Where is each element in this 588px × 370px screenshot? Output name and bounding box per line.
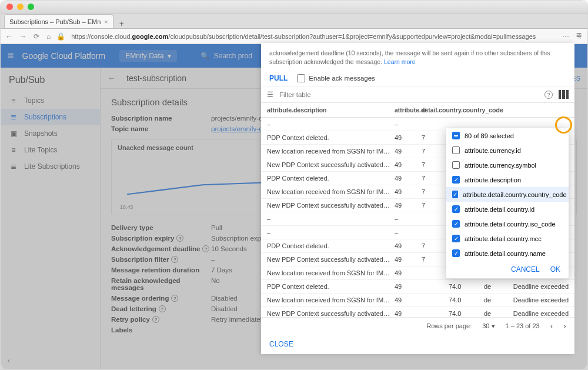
enable-ack-toggle[interactable]: Enable ack messages	[297, 74, 375, 82]
column-option-label: attribute.description	[465, 176, 521, 184]
checkbox-icon[interactable]: ✓	[452, 176, 460, 184]
col-extra[interactable]: at	[422, 106, 449, 114]
zoom-window-icon[interactable]	[28, 4, 34, 10]
column-option[interactable]: ✓attribute.detail.country.name	[446, 246, 569, 261]
column-option-label: attribute.detail.country.iso_code	[465, 221, 556, 228]
cell-n1	[422, 283, 449, 290]
table-header-row: attribute.description attribute.detail.c…	[261, 103, 574, 118]
tab-title: Subscriptions – Pub/Sub – EMn	[9, 18, 101, 25]
address-bar[interactable]: https://console.cloud.google.com/cloudpu…	[71, 33, 556, 40]
next-page-icon[interactable]: ›	[563, 321, 566, 331]
page-range: 1 – 23 of 23	[506, 322, 540, 329]
cell-country-code: 49	[395, 202, 422, 209]
column-option-label: attribute.detail.country.country_code	[463, 191, 567, 198]
rows-per-page-select[interactable]: 30 ▾	[482, 322, 495, 330]
back-icon[interactable]: ←	[5, 32, 12, 41]
browser-menu-icon[interactable]: ≡	[576, 30, 582, 41]
column-summary: 80 of 89 selected	[446, 128, 569, 143]
column-option[interactable]: ✓attribute.description	[446, 172, 569, 187]
browser-tab[interactable]: Subscriptions – Pub/Sub – EMn ×	[4, 14, 113, 28]
cell-description: PDP Context deleted.	[267, 175, 395, 182]
col-description[interactable]: attribute.description	[267, 106, 395, 114]
cell-n2: 74.0	[449, 296, 484, 304]
table-row[interactable]: New location received from SGSN for IMSI…	[261, 294, 574, 307]
cell-n3	[484, 121, 512, 128]
forward-icon[interactable]: →	[19, 32, 26, 41]
checkbox-icon[interactable]	[452, 161, 460, 169]
filter-input[interactable]	[279, 91, 539, 98]
cell-n1: 7	[422, 161, 449, 168]
cell-n1: 7	[422, 242, 449, 249]
cell-description: New PDP Context successfully activated w…	[267, 310, 395, 317]
checkbox-icon[interactable]: ✓	[452, 220, 460, 228]
column-option[interactable]: ✓attribute.detail.country.mcc	[446, 231, 569, 246]
filter-icon: ☰	[267, 91, 273, 99]
cell-description: –	[267, 215, 395, 222]
close-tab-icon[interactable]: ×	[104, 18, 108, 25]
learn-more-link[interactable]: Learn more	[384, 58, 416, 65]
help-icon[interactable]: ?	[544, 91, 553, 99]
cell-country-code: 49	[395, 188, 422, 195]
table-row[interactable]: New PDP Context successfully activated w…	[261, 307, 574, 317]
home-icon[interactable]: ⌂	[46, 32, 51, 41]
column-chooser-popup: 80 of 89 selected attribute.currency.ida…	[446, 128, 569, 279]
cell-description: New PDP Context successfully activated w…	[267, 161, 395, 168]
browser-toolbar: ← → ⟳ ⌂ 🔒 https://console.cloud.google.c…	[1, 29, 587, 44]
minimize-window-icon[interactable]	[17, 4, 24, 10]
column-option[interactable]: ✓attribute.detail.country.country_code	[446, 187, 569, 202]
column-option[interactable]: attribute.currency.id	[446, 143, 569, 158]
ok-button[interactable]: OK	[550, 265, 560, 274]
checkbox-icon[interactable]: ✓	[452, 191, 458, 198]
new-tab-button[interactable]: +	[116, 19, 128, 28]
cell-country-code: 49	[395, 269, 422, 276]
cell-n1: 7	[422, 188, 449, 195]
cell-description: PDP Context deleted.	[267, 283, 395, 290]
col-country-code[interactable]: attribute.detail.country.country_code	[395, 106, 422, 114]
cell-description: New PDP Context successfully activated w…	[267, 256, 395, 263]
cell-country-code: 49	[395, 242, 422, 249]
cell-n1	[422, 229, 449, 236]
cell-description: –	[267, 121, 395, 128]
close-window-icon[interactable]	[6, 4, 13, 10]
column-option[interactable]: ✓attribute.detail.country.iso_code	[446, 216, 569, 231]
cell-description: New PDP Context successfully activated w…	[267, 202, 395, 209]
cell-n1	[422, 310, 449, 317]
lock-icon: 🔒	[56, 32, 65, 41]
cell-n1: 7	[422, 175, 449, 182]
mac-titlebar	[1, 1, 587, 14]
cell-description: New location received from SGSN for IMSI…	[267, 148, 395, 155]
cell-n1: 7	[422, 202, 449, 209]
cell-status: Deadline exceeded	[512, 296, 569, 304]
cell-n2: 74.0	[449, 310, 484, 317]
column-selector-button[interactable]	[559, 90, 569, 99]
column-option-label: attribute.detail.country.id	[465, 206, 534, 213]
checkbox-icon[interactable]	[452, 146, 460, 154]
column-option[interactable]: attribute.currency.symbol	[446, 158, 569, 172]
close-button[interactable]: CLOSE	[269, 340, 293, 348]
prev-page-icon[interactable]: ‹	[550, 321, 553, 331]
cell-description: New location received from SGSN for IMSI…	[267, 188, 395, 195]
reader-icon[interactable]: ⋯	[562, 32, 569, 41]
cell-country-code: 49	[395, 134, 422, 141]
cell-description: New location received from SGSN for IMSI…	[267, 296, 395, 304]
table-row[interactable]: PDP Context deleted.4974.0deDeadline exc…	[261, 280, 574, 294]
cell-n3: de	[484, 296, 512, 304]
cell-n1	[422, 269, 449, 276]
checkbox-icon[interactable]: ✓	[452, 205, 460, 213]
ack-notice: acknowledgement deadline (10 seconds), t…	[261, 43, 574, 68]
cell-country-code: 49	[395, 310, 422, 317]
checkbox-mixed-icon[interactable]	[452, 132, 460, 139]
reload-icon[interactable]: ⟳	[34, 32, 39, 41]
cell-n1: 7	[422, 134, 449, 141]
cell-n1: 7	[422, 148, 449, 155]
cell-n1	[422, 121, 449, 128]
cell-country-code: –	[395, 215, 422, 222]
cell-status: Deadline exceeded	[512, 283, 569, 290]
column-option[interactable]: ✓attribute.detail.country.id	[446, 202, 569, 216]
pull-button[interactable]: PULL	[269, 74, 288, 82]
enable-ack-checkbox[interactable]	[297, 74, 305, 82]
checkbox-icon[interactable]: ✓	[452, 235, 460, 242]
cell-country-code: 49	[395, 296, 422, 304]
checkbox-icon[interactable]: ✓	[452, 249, 460, 257]
cancel-button[interactable]: CANCEL	[511, 265, 540, 274]
